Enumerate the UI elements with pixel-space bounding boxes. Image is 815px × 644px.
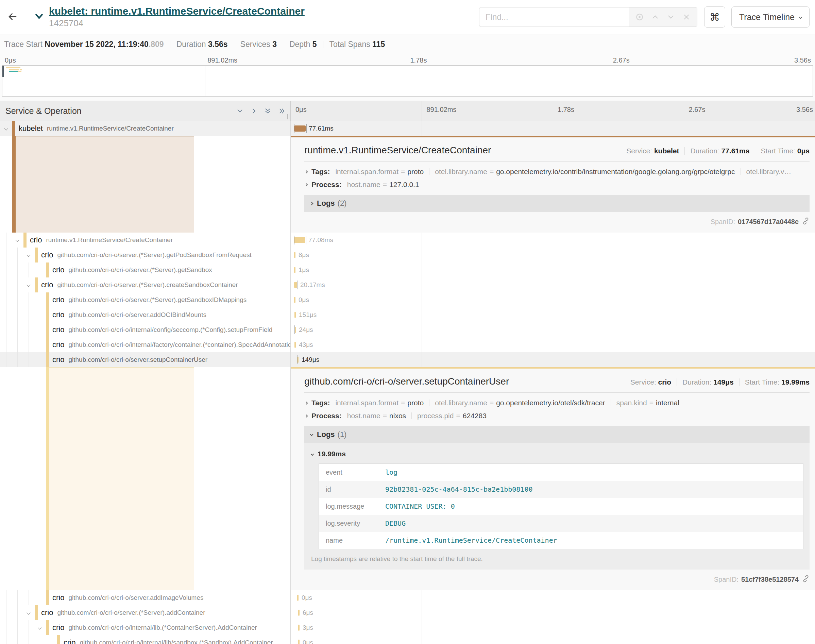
log-field-key: name [319, 537, 385, 544]
span-row[interactable]: crioruntime.v1.RuntimeService/CreateCont… [0, 233, 815, 248]
collapse-one-icon[interactable] [236, 107, 244, 115]
span-name-cell[interactable]: criogithub.com/cri-o/cri-o/internal/fact… [0, 337, 291, 352]
span-row[interactable]: criogithub.com/cri-o/cri-o/server.(*Serv… [0, 248, 815, 262]
span-timeline-cell[interactable]: 77.08ms [291, 233, 815, 248]
span-timeline-cell[interactable]: 8μs [291, 248, 815, 262]
spanid-label: SpanID: [711, 218, 735, 226]
log-field-value: log [385, 468, 397, 476]
expand-all-icon[interactable] [278, 107, 286, 115]
span-timeline-cell[interactable]: 24μs [291, 322, 815, 337]
span-name-cell[interactable]: criogithub.com/cri-o/cri-o/server.(*Serv… [0, 248, 291, 262]
span-timeline-cell[interactable]: 0μs [291, 590, 815, 605]
span-row[interactable]: criogithub.com/cri-o/cri-o/server.addOCI… [0, 307, 815, 322]
span-timeline-cell[interactable]: 0μs [291, 293, 815, 307]
minimap-scrubber[interactable] [2, 66, 4, 77]
span-timeline-cell[interactable]: 149μs [291, 352, 815, 367]
deep-link-icon[interactable] [799, 575, 810, 584]
span-name-cell[interactable]: criogithub.com/cri-o/cri-o/server.(*Serv… [0, 262, 291, 278]
span-name-cell[interactable]: criogithub.com/cri-o/cri-o/server.(*Serv… [0, 278, 291, 293]
span-name-cell[interactable]: criogithub.com/cri-o/cri-o/internal/lib/… [0, 635, 291, 644]
kv-value: proto [408, 399, 424, 407]
span-row[interactable]: criogithub.com/cri-o/cri-o/server.addIma… [0, 590, 815, 605]
log-field-row: log.severityDEBUG [319, 515, 803, 532]
span-timeline-cell[interactable]: 1μs [291, 262, 815, 278]
chevron-right-icon [305, 414, 308, 417]
column-resizer[interactable] [287, 114, 290, 120]
command-icon: ⌘ [709, 11, 720, 23]
duration-label: Duration: [682, 378, 711, 386]
span-duration-bar [294, 126, 306, 132]
collapse-all-icon[interactable] [264, 107, 272, 115]
span-row[interactable]: kubeletruntime.v1.RuntimeService/CreateC… [0, 121, 815, 136]
span-timeline-cell[interactable]: 151μs [291, 307, 815, 322]
logs-accordion-expanded[interactable]: Logs (1) [304, 426, 810, 443]
span-row[interactable]: criogithub.com/cri-o/cri-o/server.(*Serv… [0, 293, 815, 307]
focus-target-icon[interactable] [632, 12, 647, 21]
span-timeline-cell[interactable]: 6μs [291, 605, 815, 620]
expand-one-icon[interactable] [250, 107, 258, 115]
find-prev-icon[interactable] [647, 12, 663, 21]
span-row[interactable]: criogithub.com/cri-o/cri-o/server.(*Serv… [0, 262, 815, 278]
kv-separator [611, 400, 611, 406]
span-timeline-cell[interactable]: 3μs [291, 620, 815, 635]
span-row[interactable]: criogithub.com/cri-o/cri-o/server.setupC… [0, 352, 815, 367]
trace-title-link[interactable]: kubelet: runtime.v1.RuntimeService/Creat… [49, 5, 305, 17]
span-name-cell[interactable]: criogithub.com/cri-o/cri-o/internal/conf… [0, 322, 291, 337]
deep-link-icon[interactable] [799, 217, 810, 227]
kv-separator [429, 168, 429, 175]
span-name-cell[interactable]: criogithub.com/cri-o/cri-o/server.(*Serv… [0, 293, 291, 307]
find-clear-icon[interactable] [679, 13, 694, 21]
ruler-tick: 891.02ms [427, 106, 457, 113]
tags-row[interactable]: Tags: internal.span.format=protootel.lib… [304, 168, 810, 176]
span-duration-bar [298, 625, 300, 631]
process-row[interactable]: Process: host.name=127.0.0.1 [304, 181, 810, 189]
log-entry-time: 19.99ms [317, 450, 346, 458]
span-name-cell[interactable]: kubeletruntime.v1.RuntimeService/CreateC… [0, 121, 291, 136]
trace-collapse-icon[interactable] [34, 11, 44, 23]
span-row[interactable]: criogithub.com/cri-o/cri-o/internal/fact… [0, 337, 815, 352]
span-row[interactable]: criogithub.com/cri-o/cri-o/internal/lib.… [0, 620, 815, 635]
chevron-right-icon [305, 170, 308, 173]
span-timeline-cell[interactable]: 43μs [291, 337, 815, 352]
find-next-icon[interactable] [663, 12, 679, 21]
operation-name: github.com/cri-o/cri-o/internal/lib.(*Co… [68, 624, 257, 632]
trace-view-selector[interactable]: Trace Timeline [731, 6, 810, 28]
minimap-canvas[interactable] [2, 65, 813, 97]
span-timeline-cell[interactable]: 20.17ms [291, 278, 815, 293]
kv-equals: = [401, 399, 405, 407]
span-name-cell[interactable]: crioruntime.v1.RuntimeService/CreateCont… [0, 233, 291, 248]
find-input[interactable] [479, 7, 629, 27]
service-label: Service: [626, 147, 652, 155]
span-duration-label: 0μs [303, 639, 313, 644]
keyboard-shortcuts-button[interactable]: ⌘ [704, 6, 725, 28]
log-field-key: log.message [319, 503, 385, 511]
span-row[interactable]: criogithub.com/cri-o/cri-o/internal/conf… [0, 322, 815, 337]
tags-row[interactable]: Tags: internal.span.format=protootel.lib… [304, 399, 810, 407]
span-duration-bar [298, 639, 300, 644]
span-name-cell[interactable]: criogithub.com/cri-o/cri-o/server.(*Serv… [0, 605, 291, 620]
span-row[interactable]: criogithub.com/cri-o/cri-o/server.(*Serv… [0, 605, 815, 620]
kv-equals: = [383, 181, 387, 189]
operation-name: github.com/cri-o/cri-o/server.(*Server).… [57, 609, 205, 616]
span-name-cell[interactable]: criogithub.com/cri-o/cri-o/server.addOCI… [0, 307, 291, 322]
span-timeline-cell[interactable]: 77.61ms [291, 121, 815, 136]
span-timeline-cell[interactable]: 0μs [291, 635, 815, 644]
logs-label: Logs [317, 430, 335, 439]
log-field-key: id [319, 486, 385, 494]
span-row[interactable]: criogithub.com/cri-o/cri-o/server.(*Serv… [0, 278, 815, 293]
service-name: crio [52, 593, 64, 602]
logs-accordion-collapsed[interactable]: Logs (2) [304, 195, 810, 212]
service-name: crio [52, 355, 64, 364]
back-button[interactable] [0, 0, 25, 34]
log-entry-toggle[interactable]: 19.99ms [310, 448, 803, 459]
start-time-value: 19.99ms [781, 378, 810, 386]
span-name-cell[interactable]: criogithub.com/cri-o/cri-o/server.setupC… [0, 352, 291, 367]
service-name: crio [30, 236, 42, 244]
process-row[interactable]: Process: host.name=nixosprocess.pid=6242… [304, 412, 810, 420]
span-row[interactable]: criogithub.com/cri-o/cri-o/internal/lib/… [0, 635, 815, 644]
log-field-row: id92b82381-025c-4a64-815c-ba2e1bb08100 [319, 481, 803, 498]
find-group [479, 7, 697, 27]
span-name-cell[interactable]: criogithub.com/cri-o/cri-o/internal/lib.… [0, 620, 291, 635]
span-name-cell[interactable]: criogithub.com/cri-o/cri-o/server.addIma… [0, 590, 291, 605]
minimap-ruler: 0μs891.02ms1.78s2.67s3.56s [2, 57, 813, 65]
